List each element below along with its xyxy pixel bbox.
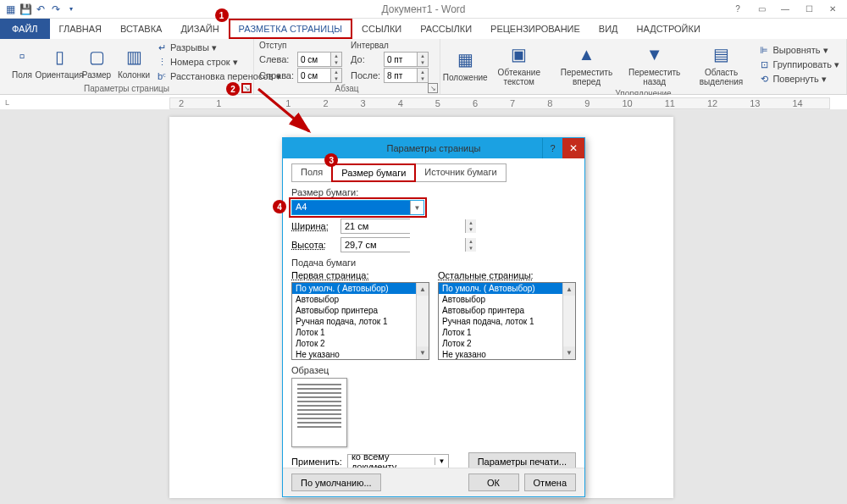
list-item[interactable]: Ручная подача, лоток 1 (292, 316, 429, 327)
position-icon: ▦ (453, 47, 477, 71)
other-pages-label: Остальные страницы: (438, 270, 576, 280)
maximize-icon[interactable]: ☐ (798, 3, 820, 16)
margins-button[interactable]: ▫Поля (5, 43, 39, 81)
preview-thumbnail (291, 378, 347, 447)
orientation-button[interactable]: ▯Ориентация (42, 43, 76, 81)
list-item[interactable]: По умолч. ( Автовыбор) (439, 283, 575, 294)
indent-right-input[interactable]: ▲▼ (297, 68, 342, 83)
scrollbar[interactable]: ▲▼ (562, 283, 575, 359)
apply-label: Применить: (291, 457, 342, 467)
list-item[interactable]: Лоток 2 (292, 338, 429, 349)
dialog-tab-margins[interactable]: Поля (291, 163, 332, 182)
list-item[interactable]: Автовыбор (439, 294, 575, 305)
chevron-down-icon[interactable]: ▼ (435, 457, 448, 465)
page-setup-launcher[interactable]: ↘ (241, 83, 252, 93)
dialog-close-button[interactable]: ✕ (562, 138, 584, 158)
wrap-button[interactable]: ▣Обтекание текстом (488, 41, 550, 88)
tab-addins[interactable]: НАДСТРОЙКИ (628, 19, 710, 39)
dialog-tabs: Поля Размер бумаги 3 Источник бумаги (291, 163, 576, 182)
group-button[interactable]: ⊡Группировать ▾ (756, 58, 841, 71)
before-label: До: (351, 54, 381, 64)
window-controls: ? ▭ — ☐ ✕ (727, 3, 847, 16)
paper-size-combo[interactable]: A4 ▼ (291, 200, 424, 215)
backward-icon: ▼ (643, 42, 667, 66)
list-item[interactable]: Автовыбор (292, 294, 429, 305)
dialog-tab-paper[interactable]: Размер бумаги 3 (331, 163, 416, 182)
list-item[interactable]: По умолч. ( Автовыбор) (292, 283, 429, 294)
feed-label: Подача бумаги (291, 258, 576, 268)
minimize-icon[interactable]: — (774, 3, 796, 16)
list-item[interactable]: Не указано (439, 349, 575, 360)
columns-icon: ▥ (122, 45, 146, 69)
undo-icon[interactable]: ↶ (34, 3, 47, 16)
selection-button[interactable]: ▤Область выделения (689, 41, 754, 88)
ok-button[interactable]: ОК (468, 474, 519, 491)
tab-view[interactable]: ВИД (590, 19, 628, 39)
tab-layout-label: РАЗМЕТКА СТРАНИЦЫ (239, 24, 342, 34)
ribbon-options-icon[interactable]: ▭ (750, 3, 772, 16)
tab-references[interactable]: ССЫЛКИ (352, 19, 411, 39)
tab-mailings[interactable]: РАССЫЛКИ (411, 19, 481, 39)
sample-label: Образец (291, 365, 576, 375)
group-paragraph: Отступ Слева:▲▼ Справа:▲▼ Интервал До:▲▼… (254, 39, 440, 94)
qat-more-icon[interactable]: ▾ (64, 3, 78, 16)
tab-insert[interactable]: ВСТАВКА (111, 19, 171, 39)
first-page-listbox[interactable]: По умолч. ( Автовыбор)АвтовыборАвтовыбор… (291, 282, 429, 360)
spacing-before-input[interactable]: ▲▼ (384, 52, 429, 67)
list-item[interactable]: Автовыбор принтера (439, 305, 575, 316)
chevron-down-icon[interactable]: ▼ (410, 201, 424, 214)
selection-icon: ▤ (710, 42, 734, 66)
first-page-label: Первая страница: (291, 270, 429, 280)
other-pages-listbox[interactable]: По умолч. ( Автовыбор)АвтовыборАвтовыбор… (438, 282, 576, 360)
forward-button[interactable]: ▲Переместить вперед (553, 41, 619, 88)
group-paragraph-label: Абзац (259, 83, 435, 95)
width-input[interactable]: ▲▼ (340, 219, 410, 234)
save-icon[interactable]: 💾 (19, 3, 32, 16)
columns-button[interactable]: ▥Колонки (117, 43, 151, 81)
tab-layout[interactable]: РАЗМЕТКА СТРАНИЦЫ 1 (229, 19, 352, 39)
align-icon: ⊫ (758, 44, 770, 56)
scrollbar[interactable]: ▲▼ (416, 283, 429, 359)
dialog-title-text: Параметры страницы (387, 143, 481, 153)
word-icon: ▦ (3, 3, 17, 16)
left-label: Слева: (259, 54, 295, 64)
ribbon: ▫Поля ▯Ориентация ▢Размер ▥Колонки ↵Разр… (0, 39, 847, 95)
default-button[interactable]: По умолчанию... (291, 474, 381, 491)
help-icon[interactable]: ? (727, 3, 749, 16)
hyphenation-icon: bᶜ (156, 70, 168, 82)
tab-file[interactable]: ФАЙЛ (0, 19, 50, 39)
group-icon: ⊡ (758, 58, 770, 70)
paragraph-launcher[interactable]: ↘ (428, 83, 438, 93)
forward-icon: ▲ (574, 42, 598, 66)
spacing-label: Интервал (351, 41, 429, 50)
cancel-button[interactable]: Отмена (524, 474, 576, 491)
wrap-icon: ▣ (507, 42, 531, 66)
rotate-icon: ⟲ (758, 73, 770, 85)
horizontal-ruler[interactable]: 2112345678910111213141516 (169, 97, 830, 109)
size-button[interactable]: ▢Размер (80, 43, 113, 81)
dialog-tab-source[interactable]: Источник бумаги (415, 163, 506, 182)
window-title: Документ1 - Word (381, 3, 465, 15)
align-button[interactable]: ⊫Выровнять ▾ (756, 43, 841, 57)
height-input[interactable]: ▲▼ (340, 237, 410, 252)
ruler-corner: L (5, 98, 9, 107)
list-item[interactable]: Лоток 1 (439, 327, 575, 338)
list-item[interactable]: Лоток 2 (439, 338, 575, 349)
position-button[interactable]: ▦Положение (446, 46, 484, 84)
tab-review[interactable]: РЕЦЕНЗИРОВАНИЕ (481, 19, 590, 39)
line-numbers-icon: ⋮ (156, 56, 168, 68)
spacing-after-input[interactable]: ▲▼ (384, 68, 429, 83)
backward-button[interactable]: ▼Переместить назад (623, 41, 686, 88)
close-icon[interactable]: ✕ (822, 3, 844, 16)
list-item[interactable]: Лоток 1 (292, 327, 429, 338)
dialog-footer: По умолчанию... ОК Отмена (283, 468, 584, 496)
redo-icon[interactable]: ↷ (49, 3, 63, 16)
apply-to-select[interactable]: ко всему документу ▼ (347, 454, 449, 469)
dialog-help-button[interactable]: ? (542, 138, 562, 158)
list-item[interactable]: Не указано (292, 349, 429, 360)
tab-home[interactable]: ГЛАВНАЯ (50, 19, 111, 39)
list-item[interactable]: Ручная подача, лоток 1 (439, 316, 575, 327)
rotate-button[interactable]: ⟲Повернуть ▾ (756, 72, 841, 86)
list-item[interactable]: Автовыбор принтера (292, 305, 429, 316)
indent-left-input[interactable]: ▲▼ (297, 52, 342, 67)
